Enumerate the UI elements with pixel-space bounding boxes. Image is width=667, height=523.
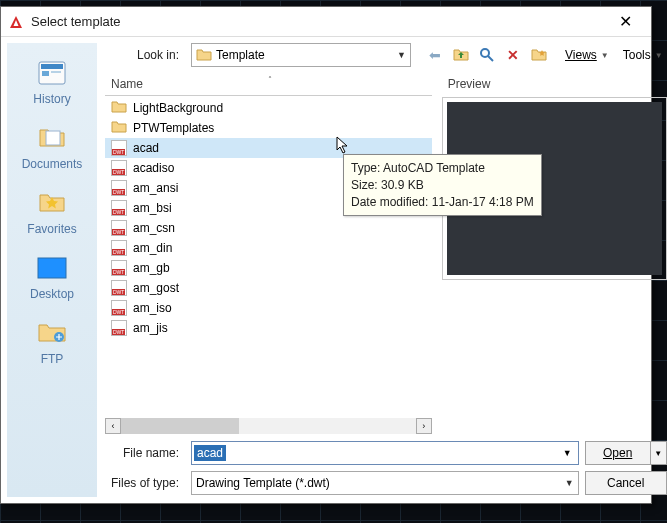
open-split-button[interactable]: ▼ (651, 441, 667, 465)
lookin-label: Look in: (105, 48, 185, 62)
place-label: Documents (9, 157, 95, 171)
dwt-file-icon (111, 160, 127, 176)
place-label: Favorites (9, 222, 95, 236)
file-item[interactable]: am_jis (105, 318, 432, 338)
preview-pane: Preview (442, 73, 667, 435)
favorites-icon (36, 187, 68, 219)
column-header-name[interactable]: Name ˄ (105, 73, 432, 96)
file-item[interactable]: LightBackground (105, 98, 432, 118)
chevron-down-icon: ▼ (565, 478, 574, 488)
filetype-value: Drawing Template (*.dwt) (196, 476, 330, 490)
open-button[interactable]: Open (585, 441, 651, 465)
file-name: am_bsi (133, 201, 172, 215)
history-icon (36, 57, 68, 89)
dwt-file-icon (111, 200, 127, 216)
chevron-down-icon[interactable]: ▼ (557, 448, 578, 458)
chevron-down-icon: ▼ (601, 51, 609, 60)
dwt-file-icon (111, 320, 127, 336)
place-documents[interactable]: Documents (7, 116, 97, 177)
file-name: am_csn (133, 221, 175, 235)
svg-rect-2 (42, 71, 49, 76)
desktop-icon (36, 252, 68, 284)
dwt-file-icon (111, 220, 127, 236)
filename-value: acad (194, 445, 226, 461)
preview-label: Preview (442, 73, 667, 95)
search-icon[interactable] (477, 45, 497, 65)
dwt-file-icon (111, 280, 127, 296)
tooltip-modified: Date modified: 11-Jan-17 4:18 PM (351, 194, 534, 211)
file-item[interactable]: am_csn (105, 218, 432, 238)
tooltip-type: Type: AutoCAD Template (351, 160, 534, 177)
filename-input[interactable]: acad ▼ (191, 441, 579, 465)
sort-indicator-icon: ˄ (268, 75, 272, 84)
file-list[interactable]: LightBackgroundPTWTemplatesacadacadisoam… (105, 98, 432, 413)
file-item[interactable]: am_din (105, 238, 432, 258)
filename-label: File name: (105, 446, 185, 460)
place-desktop[interactable]: Desktop (7, 246, 97, 307)
svg-rect-3 (51, 71, 61, 73)
file-list-pane: Name ˄ LightBackgroundPTWTemplatesacadac… (105, 73, 432, 435)
new-folder-icon[interactable] (529, 45, 549, 65)
file-name: am_din (133, 241, 172, 255)
cancel-button[interactable]: Cancel (585, 471, 667, 495)
tooltip-size: Size: 30.9 KB (351, 177, 534, 194)
file-item[interactable]: am_gb (105, 258, 432, 278)
delete-icon[interactable]: ✕ (503, 45, 523, 65)
dwt-file-icon (111, 300, 127, 316)
documents-icon (36, 122, 68, 154)
filetype-combo[interactable]: Drawing Template (*.dwt) ▼ (191, 471, 579, 495)
file-item[interactable]: am_gost (105, 278, 432, 298)
scroll-left-icon[interactable]: ‹ (105, 418, 121, 434)
place-label: FTP (9, 352, 95, 366)
file-name: PTWTemplates (133, 121, 214, 135)
dwt-file-icon (111, 140, 127, 156)
file-item[interactable]: am_iso (105, 298, 432, 318)
place-favorites[interactable]: Favorites (7, 181, 97, 242)
scroll-right-icon[interactable]: › (416, 418, 432, 434)
svg-line-8 (488, 56, 493, 61)
folder-icon (111, 100, 127, 116)
dwt-file-icon (111, 240, 127, 256)
file-name: LightBackground (133, 101, 223, 115)
ftp-icon (36, 317, 68, 349)
file-name: am_iso (133, 301, 172, 315)
views-menu[interactable]: Views▼ (561, 48, 613, 62)
select-template-dialog: Select template ✕ History Documents Favo… (0, 6, 652, 504)
place-ftp[interactable]: FTP (7, 311, 97, 372)
places-bar: History Documents Favorites Desktop FTP (7, 43, 97, 497)
file-name: am_gost (133, 281, 179, 295)
back-icon[interactable]: ⬅ (425, 45, 445, 65)
up-folder-icon[interactable] (451, 45, 471, 65)
place-label: History (9, 92, 95, 106)
horizontal-scrollbar[interactable]: ‹ › (105, 417, 432, 435)
lookin-value: Template (216, 48, 265, 62)
place-history[interactable]: History (7, 51, 97, 112)
svg-rect-4 (46, 131, 60, 145)
file-name: acadiso (133, 161, 174, 175)
svg-rect-1 (41, 64, 63, 69)
dwt-file-icon (111, 260, 127, 276)
chevron-down-icon: ▼ (397, 50, 406, 60)
lookin-combo[interactable]: Template ▼ (191, 43, 411, 67)
file-item[interactable]: PTWTemplates (105, 118, 432, 138)
place-label: Desktop (9, 287, 95, 301)
title-bar: Select template ✕ (1, 7, 651, 37)
app-icon (7, 13, 25, 31)
file-name: am_gb (133, 261, 170, 275)
tools-menu[interactable]: Tools▼ (619, 48, 667, 62)
chevron-down-icon: ▼ (655, 51, 663, 60)
filetype-label: Files of type: (105, 476, 185, 490)
close-button[interactable]: ✕ (605, 12, 645, 31)
window-title: Select template (31, 14, 605, 29)
file-name: acad (133, 141, 159, 155)
folder-icon (196, 48, 212, 62)
file-tooltip: Type: AutoCAD Template Size: 30.9 KB Dat… (343, 154, 542, 216)
dwt-file-icon (111, 180, 127, 196)
file-name: am_ansi (133, 181, 178, 195)
svg-rect-5 (38, 258, 66, 278)
file-name: am_jis (133, 321, 168, 335)
scroll-thumb[interactable] (121, 418, 239, 434)
svg-point-7 (481, 49, 489, 57)
folder-icon (111, 120, 127, 136)
